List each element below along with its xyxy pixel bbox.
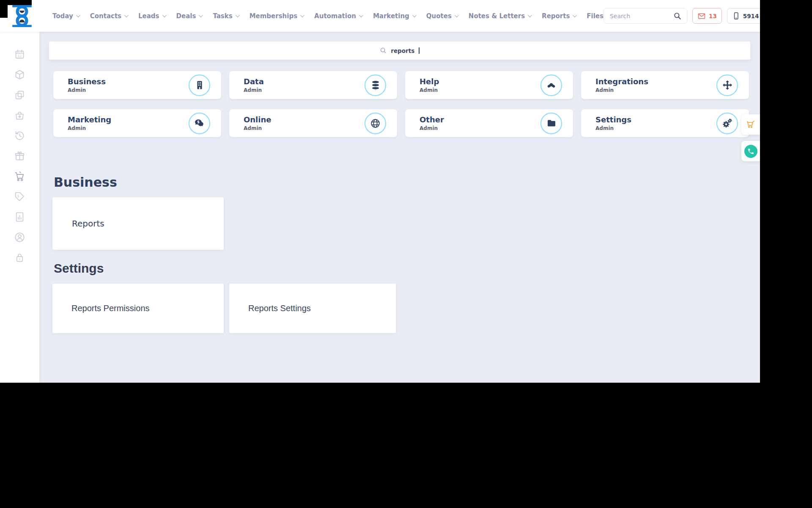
menu-marketing[interactable]: Marketing — [373, 12, 415, 20]
menu-label: Marketing — [373, 12, 409, 20]
building-icon — [189, 75, 210, 96]
chevron-down-icon — [359, 13, 363, 17]
sidebar-copy-icon[interactable] — [14, 89, 25, 101]
menu-contacts[interactable]: Contacts — [90, 12, 127, 20]
category-title: Settings — [595, 115, 631, 124]
hourglass-logo-icon — [11, 4, 33, 28]
chevron-down-icon — [236, 13, 240, 17]
menu-deals[interactable]: Deals — [176, 12, 202, 20]
category-card-integrations[interactable]: Integrations Admin — [581, 71, 749, 99]
globe-icon — [365, 113, 386, 134]
menu-reports[interactable]: Reports — [542, 12, 576, 20]
search-icon — [673, 12, 682, 20]
category-grid: Business Admin — [53, 71, 749, 137]
mail-badge[interactable]: 13 — [692, 8, 722, 24]
comments-dollar-icon: $ — [189, 113, 210, 134]
category-card-settings[interactable]: Settings Admin — [581, 109, 749, 137]
menu-memberships[interactable]: Memberships — [250, 12, 303, 20]
app-window: Today Contacts Leads Deals Tasks Members… — [0, 0, 760, 383]
category-title: Business — [68, 77, 106, 86]
gears-icon — [716, 113, 738, 134]
menu-leads[interactable]: Leads — [138, 12, 165, 20]
menu-quotes[interactable]: Quotes — [426, 12, 458, 20]
category-title: Help — [420, 77, 439, 86]
menu-label: Contacts — [90, 12, 121, 20]
menu-tasks[interactable]: Tasks — [213, 12, 238, 20]
chevron-down-icon — [162, 13, 167, 17]
menu-files[interactable]: Files — [587, 12, 604, 20]
card-label: Reports Settings — [229, 304, 311, 313]
category-title: Data — [244, 77, 264, 86]
card-reports[interactable]: Reports — [52, 197, 224, 250]
menu-label: Memberships — [250, 12, 297, 20]
mobile-phone-icon — [732, 12, 740, 20]
search-icon — [380, 47, 387, 54]
sidebar-price-tag-icon[interactable]: $ — [14, 191, 25, 202]
category-subtitle: Admin — [420, 125, 444, 131]
category-card-online[interactable]: Online Admin — [229, 109, 397, 137]
svg-text:12: 12 — [17, 54, 22, 58]
main-menu: Today Contacts Leads Deals Tasks Members… — [52, 12, 604, 20]
category-title: Integrations — [595, 77, 648, 86]
global-search-button[interactable] — [668, 8, 687, 23]
chevron-down-icon — [124, 13, 129, 17]
category-card-help[interactable]: Help Admin — [405, 71, 573, 99]
screenshot-notch — [0, 0, 8, 18]
sidebar-report-chart-icon[interactable] — [14, 211, 25, 223]
mail-count: 13 — [709, 13, 717, 19]
category-title: Marketing — [68, 115, 111, 124]
category-title: Online — [244, 115, 271, 124]
sidebar-package-icon[interactable] — [14, 69, 25, 80]
global-search — [604, 8, 687, 24]
text-cursor — [419, 47, 420, 54]
whatsapp-icon — [744, 145, 757, 158]
menu-automation[interactable]: Automation — [314, 12, 362, 20]
phone-badge[interactable]: 5914 — [727, 8, 760, 24]
global-search-input[interactable] — [604, 8, 668, 23]
category-subtitle: Admin — [244, 87, 264, 93]
chevron-down-icon — [199, 13, 203, 17]
sidebar-user-circle-icon[interactable] — [14, 232, 25, 243]
menu-label: Automation — [314, 12, 356, 20]
category-card-marketing[interactable]: Marketing Admin $ — [53, 109, 221, 137]
menu-notes-letters[interactable]: Notes & Letters — [469, 12, 531, 20]
main-content: reports Business Admin — [39, 32, 760, 383]
sidebar-lock-icon[interactable] — [14, 252, 25, 263]
sidebar-calendar-icon[interactable]: 12 — [14, 49, 25, 60]
card-reports-permissions[interactable]: Reports Permissions — [52, 284, 224, 333]
module-search-value: reports — [391, 47, 414, 54]
card-reports-settings[interactable]: Reports Settings — [229, 284, 396, 333]
menu-label: Reports — [542, 12, 570, 20]
sidebar-gift-icon[interactable] — [14, 150, 25, 162]
chevron-down-icon — [412, 13, 417, 17]
category-subtitle: Admin — [420, 87, 439, 93]
card-label: Reports Permissions — [52, 304, 150, 313]
sidebar-history-icon[interactable] — [14, 130, 25, 141]
section-heading-business: Business — [54, 175, 117, 190]
menu-label: Notes & Letters — [469, 12, 525, 20]
menu-label: Quotes — [426, 12, 452, 20]
shopping-cart-icon — [746, 120, 756, 130]
chevron-down-icon — [455, 13, 459, 17]
menu-label: Files — [587, 12, 604, 20]
category-title: Other — [420, 115, 444, 124]
category-subtitle: Admin — [595, 87, 648, 93]
folder-icon — [540, 113, 562, 134]
whatsapp-edge-tab[interactable] — [741, 141, 760, 161]
category-subtitle: Admin — [68, 125, 111, 131]
chevron-down-icon — [573, 13, 577, 17]
chevron-down-icon — [300, 13, 304, 17]
category-card-data[interactable]: Data Admin — [229, 71, 397, 99]
menu-label: Deals — [176, 12, 196, 20]
category-card-other[interactable]: Other Admin — [405, 109, 573, 137]
cart-edge-tab[interactable] — [741, 114, 760, 135]
module-search-bar[interactable]: reports — [49, 41, 750, 60]
category-card-business[interactable]: Business Admin — [53, 71, 221, 99]
app-logo[interactable] — [11, 4, 33, 28]
menu-label: Tasks — [213, 12, 232, 20]
sidebar-cart-icon[interactable] — [14, 171, 25, 182]
navbar-right-cluster: 13 5914 14 ? — [604, 6, 760, 27]
menu-today[interactable]: Today — [52, 12, 79, 20]
left-sidebar: 12 — [0, 32, 39, 383]
sidebar-bag-insert-icon[interactable] — [14, 110, 25, 121]
